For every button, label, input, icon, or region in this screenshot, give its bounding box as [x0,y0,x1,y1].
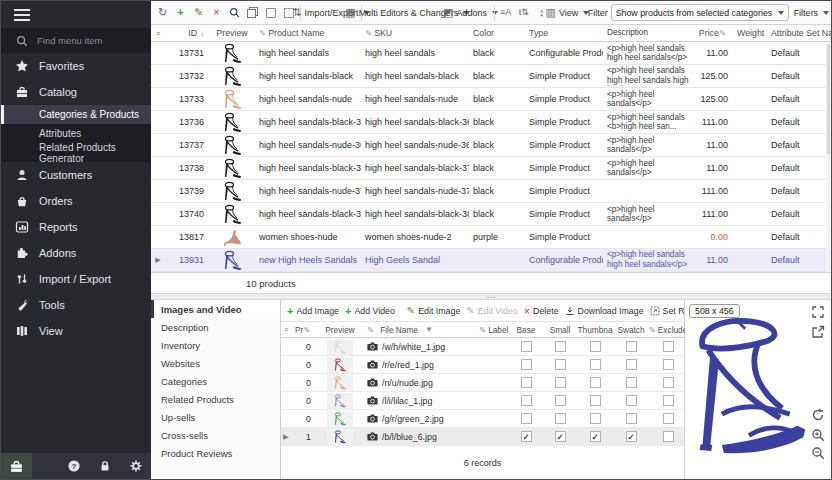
base-checkbox[interactable] [521,359,532,370]
sidebar-item-categories-products[interactable]: Categories & Products [1,105,151,124]
delete-image-button[interactable]: ×Delete [522,302,561,319]
zoom-in-button[interactable] [811,428,826,443]
addons-menu[interactable]: ◩Addons [451,4,491,22]
sidebar-item-orders[interactable]: Orders [1,188,151,214]
sidebar-item-attributes[interactable]: Attributes [1,124,151,143]
category-filter-select[interactable]: Show products from selected categories [611,4,789,21]
column-label[interactable]: ✎Label [475,325,509,335]
product-row[interactable]: ▶ 13931 [151,249,831,272]
swatch-checkbox[interactable] [626,413,637,424]
detail-tab[interactable]: Inventory [151,336,280,354]
column-pr[interactable]: Pr✎ [291,325,317,335]
small-checkbox[interactable] [555,377,566,388]
help-button[interactable]: ? [58,453,89,479]
small-checkbox[interactable] [555,341,566,352]
edit-video-button[interactable]: ✎Edit Video [464,302,519,319]
rotate-button[interactable] [811,408,826,423]
panel-splitter[interactable]: ⋯ [151,293,831,300]
exclude-checkbox[interactable] [663,359,674,370]
sidebar-item-tools[interactable]: Tools [1,292,151,318]
column-type[interactable]: Type [525,28,603,38]
image-row[interactable]: ▶ 0 [281,338,684,356]
checkbox-mode-button[interactable] [262,4,279,22]
image-row[interactable]: ▶ 0 [281,410,684,428]
swatch-checkbox[interactable] [626,395,637,406]
image-row[interactable]: ▶ 0 [281,356,684,374]
column-description[interactable]: Description [603,28,691,38]
exclude-checkbox[interactable] [663,377,674,388]
small-checkbox[interactable] [555,431,566,442]
column-exclude[interactable]: ✎Exclude [649,325,687,335]
product-row[interactable]: ▶ 13731 [151,42,831,65]
product-row[interactable]: ▶ 13736 [151,111,831,134]
product-row[interactable]: ▶ 13739 [151,180,831,203]
exclude-checkbox[interactable] [663,341,674,352]
detail-tab[interactable]: Categories [151,372,280,390]
swatch-checkbox[interactable] [626,377,637,388]
small-checkbox[interactable] [555,359,566,370]
column-weight[interactable]: Weight [733,28,767,38]
edit-image-button[interactable]: ✎Edit Image [405,302,462,319]
sidebar-item-customers[interactable]: Customers [1,162,151,188]
image-row[interactable]: ▶ 0 [281,392,684,410]
swatch-checkbox[interactable] [626,359,637,370]
download-image-button[interactable]: Download Image [563,302,646,319]
product-row[interactable]: ▶ 13738 [151,157,831,180]
column-id[interactable]: ID↓ [165,28,209,38]
column-preview[interactable]: Preview [317,325,363,335]
refresh-button[interactable]: ↻ [154,4,171,22]
sidebar-item-view[interactable]: View [1,318,151,344]
detail-tab[interactable]: Websites [151,354,280,372]
thumbnail-checkbox[interactable] [590,359,601,370]
column-price[interactable]: Price✎ [691,28,733,38]
sidebar-search[interactable] [1,28,151,53]
add-image-button[interactable]: +Add Image [285,302,341,319]
column-preview[interactable]: Preview [209,28,255,38]
column-thumbna[interactable]: Thumbna [577,325,613,335]
row-sort-button[interactable]: t⇅ [515,4,532,22]
image-row[interactable]: ▶ 1 [281,428,684,446]
view-menu[interactable]: ▥View [551,4,584,22]
filters-menu[interactable]: Filters [792,4,828,22]
sort-az-button[interactable]: ≡A [497,4,514,22]
set-resize-rule-button[interactable]: Set Resize Rule [648,302,684,319]
fullscreen-button[interactable] [811,305,826,320]
detail-tab[interactable]: Images and Video [151,300,280,318]
sidebar-item-catalog[interactable]: Catalog [1,79,151,105]
column-base[interactable]: Base [509,325,543,335]
menu-toggle-button[interactable] [1,1,151,28]
detail-tab[interactable]: Related Products [151,390,280,408]
sidebar-item-addons[interactable]: Addons [1,240,151,266]
image-row[interactable]: ▶ 0 [281,374,684,392]
detail-tab[interactable]: Cross-sells [151,426,280,444]
thumbnail-checkbox[interactable] [590,377,601,388]
base-checkbox[interactable] [521,431,532,442]
column-file-name[interactable]: ✎File Name▼ [363,325,475,335]
thumbnail-checkbox[interactable] [590,395,601,406]
sidebar-item-related-products-generator[interactable]: Related Products Generator [1,143,151,162]
column-sku[interactable]: ✎SKU [361,28,469,38]
sidebar-item-reports[interactable]: Reports [1,214,151,240]
base-checkbox[interactable] [521,395,532,406]
settings-button[interactable] [120,453,151,479]
grid-scrollbar[interactable] [826,42,831,272]
add-video-button[interactable]: +Add Video [343,302,397,319]
product-row[interactable]: ▶ 13732 [151,65,831,88]
search-button[interactable] [226,4,243,22]
store-button[interactable] [1,453,32,479]
base-checkbox[interactable] [521,413,532,424]
add-product-button[interactable]: + [172,4,189,22]
small-checkbox[interactable] [555,413,566,424]
swatch-checkbox[interactable] [626,431,637,442]
open-external-button[interactable] [811,325,826,340]
product-row[interactable]: ▶ 13740 [151,203,831,226]
copy-button[interactable] [244,4,261,22]
zoom-out-button[interactable] [811,446,826,461]
thumbnail-checkbox[interactable] [590,431,601,442]
menu-search-input[interactable] [37,35,137,46]
exclude-checkbox[interactable] [663,431,674,442]
exclude-checkbox[interactable] [663,395,674,406]
column-product-name[interactable]: ✎Product Name [255,28,361,38]
delete-product-button[interactable]: × [208,4,225,22]
product-row[interactable]: ▶ 13737 [151,134,831,157]
